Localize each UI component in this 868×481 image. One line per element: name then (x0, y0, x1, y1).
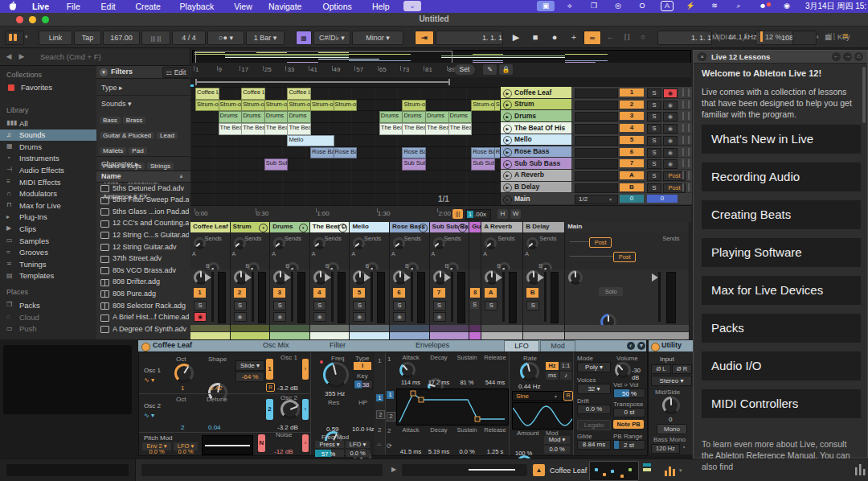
solo-button[interactable]: S (647, 136, 661, 146)
window-manager-icon[interactable]: ❐ (585, 1, 603, 11)
fader-handle[interactable] (285, 273, 291, 282)
fader-track[interactable] (331, 272, 334, 322)
sidebar-item-sounds[interactable]: ♫Sounds (0, 130, 96, 141)
siri-icon[interactable]: ◉ (778, 1, 796, 11)
shortcut-o-icon[interactable]: O (633, 1, 651, 11)
arm-button[interactable]: ◉ (353, 312, 366, 322)
sidebar-item-packs[interactable]: ❒Packs (0, 299, 96, 310)
arrangement-clip[interactable]: The Bea (448, 123, 473, 135)
file-row[interactable]: 5ths Detuned Pad.adv (96, 183, 190, 194)
track-name-cell[interactable]: ▶Strum (501, 99, 571, 110)
note-pb-button[interactable]: Note PB (613, 420, 644, 429)
arrangement-clip[interactable]: Strum-o (334, 100, 358, 112)
mixer-strip-guit[interactable]: Guit8S (469, 222, 481, 339)
mixer-track-title[interactable]: B Delay (523, 222, 564, 232)
arm-button[interactable]: ◉ (194, 312, 207, 322)
track-number-box[interactable]: 1 (194, 288, 206, 298)
lfo-retrigger-button[interactable]: R (563, 391, 573, 401)
fader-track[interactable] (502, 272, 505, 322)
tag-lead[interactable]: Lead (157, 132, 178, 139)
freq-mod-value1[interactable]: 57 % (315, 450, 344, 457)
sidebar-item-templates[interactable]: ▤Templates (0, 270, 96, 282)
track-play-icon[interactable]: ▶ (503, 125, 512, 134)
osc1-slide-menu[interactable]: Slide ▾ (235, 360, 264, 371)
solo-button[interactable]: S (273, 301, 286, 310)
fader-track[interactable] (544, 272, 547, 322)
arrangement-clip[interactable]: Strum-o (287, 100, 311, 112)
track-grip[interactable] (682, 124, 690, 132)
beat-ruler[interactable]: 1917253341495765738189Set✎🔒 (190, 63, 691, 78)
apple-menu-icon[interactable] (8, 1, 18, 11)
track-grip[interactable] (682, 88, 690, 97)
battery-icon[interactable]: ⚡ (682, 1, 699, 11)
search-icon[interactable]: ⌕ (730, 1, 747, 11)
solo-button[interactable]: S (485, 301, 497, 310)
send-a-knob[interactable] (433, 237, 445, 249)
sidebar-item-plug-ins[interactable]: ▸Plug-Ins (0, 212, 96, 223)
crossfade-selector[interactable]: 1/2▾ (575, 195, 618, 204)
track-number-box[interactable]: 1 (620, 88, 644, 97)
fader-handle[interactable] (205, 273, 211, 282)
file-row[interactable]: 808 Drifter.adg (96, 277, 190, 288)
arrangement-clip[interactable]: Coffee L (241, 88, 265, 100)
mixer-strip-rose-bass[interactable]: Rose Bass▾SendsAB6S◉ (390, 222, 430, 339)
freq-mod-src2-menu[interactable]: LFO ▾ (346, 441, 370, 448)
legato-button[interactable]: Legato (577, 420, 611, 430)
mode-menu[interactable]: Poly ▾ (577, 362, 611, 372)
fader-track[interactable] (451, 272, 453, 322)
track-number-box[interactable]: 5 (353, 288, 365, 298)
save-preset-icon[interactable]: ▼ (637, 342, 645, 350)
arrangement-clip[interactable]: The Bea (425, 123, 449, 135)
arm-button[interactable]: ◉ (663, 124, 678, 134)
fader-track[interactable] (211, 272, 214, 322)
solo-button[interactable]: S (647, 159, 661, 169)
track-number-box[interactable]: 4 (620, 124, 644, 132)
arrangement-clip[interactable]: Drums (287, 111, 311, 123)
mixer-strip-b-delay[interactable]: B DelaySendsABBS (523, 222, 565, 339)
track-header-the-beat-of-his[interactable]: ▶The Beat Of His4S◉ (501, 122, 692, 134)
arm-button[interactable]: ◉ (234, 312, 247, 322)
fold-icon[interactable]: ▾ (299, 224, 308, 232)
osc2-route-button[interactable]: › (302, 399, 309, 420)
scale-name-menu[interactable]: Minor ▾ (352, 31, 403, 45)
lfo-rate-knob[interactable] (520, 362, 539, 381)
fold-icon[interactable]: ▾ (458, 224, 467, 232)
utility-on-toggle[interactable] (651, 343, 660, 352)
fader-handle[interactable] (444, 273, 451, 282)
track-number-box[interactable]: 4 (313, 288, 326, 298)
env-tab-1[interactable]: 1 (387, 391, 394, 399)
mod-tab[interactable]: Mod (540, 340, 575, 352)
envelope-graph[interactable] (396, 388, 509, 426)
tap-tempo-button[interactable]: Tap (74, 31, 101, 45)
track-header-strum[interactable]: ▶Strum2S◉ (501, 99, 692, 110)
quantization-menu[interactable]: ○● ▾ (207, 31, 244, 45)
arm-button[interactable]: ◉ (433, 312, 446, 322)
track-header-rose-bass[interactable]: ▶Rose Bass6S◉ (501, 146, 692, 158)
arm-button[interactable]: ◉ (663, 101, 678, 110)
solo-button[interactable]: S (526, 301, 539, 310)
headphone-icon[interactable]: ⌓ (377, 441, 382, 447)
lesson-packs[interactable]: Packs (702, 314, 861, 343)
crossfade-strip[interactable] (350, 325, 389, 331)
track-play-icon[interactable]: ▶ (503, 183, 512, 192)
crossfade-strip[interactable] (481, 325, 522, 331)
file-row[interactable]: 5ths Glass ...ion Pad.adv (96, 206, 190, 217)
lfo-mod-menu[interactable]: Mod ▾ (544, 436, 570, 444)
solo-button[interactable]: S (647, 112, 661, 121)
sidebar-item-samples[interactable]: ▭Samples (0, 235, 96, 246)
sidebar-item-all[interactable]: ▮▮▮All (0, 117, 96, 129)
arrangement-clip[interactable]: Strum-o (402, 100, 426, 112)
track-play-icon[interactable]: ▶ (503, 171, 512, 180)
back-icon[interactable]: ← (832, 52, 841, 61)
file-row[interactable]: A Brief Hist...f Chime.adv (96, 312, 190, 323)
lfo-sync-note-button[interactable]: ♪ (560, 372, 571, 380)
routing-env2-box[interactable]: 2 (376, 410, 385, 419)
lfo-hz-button[interactable]: Hz (546, 362, 559, 370)
menubar-chevron-widget[interactable]: ⌄ (403, 1, 421, 11)
noise-route-button[interactable]: › (302, 434, 309, 452)
mixer-strip-drums[interactable]: Drums▾SendsAB3S◉ (270, 222, 310, 339)
arm-button[interactable]: ◉ (663, 112, 678, 121)
mixer-track-title[interactable]: Sub Sub Ba▾ (430, 222, 469, 232)
sidebar-item-push[interactable]: ▭Push (0, 323, 96, 335)
fader-track[interactable] (371, 272, 373, 322)
